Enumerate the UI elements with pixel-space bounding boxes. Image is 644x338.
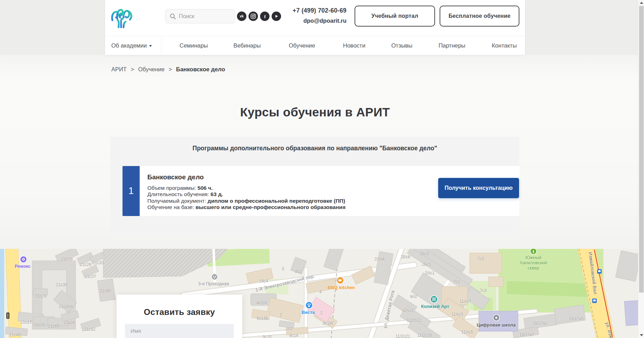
poi-marker-kolizey[interactable] [430,296,438,303]
poi-marker-vesta[interactable] [306,302,313,309]
page-title: Курсы обучения в АРИТ [105,105,525,119]
scroll-up-arrow[interactable] [640,2,643,4]
free-education-button[interactable]: Бесплатное обучение [440,6,519,27]
traffic-light-icon [6,312,9,319]
consultation-button[interactable]: Получить консультацию [438,178,519,198]
course-content: Банковское дело Объем программы: 506 ч. … [140,166,345,216]
map-canvas [0,249,644,338]
scrollbar [638,0,644,338]
breadcrumb-separator: > [169,66,172,72]
search-box [165,9,235,23]
breadcrumb-separator: > [131,66,134,72]
nav-item-education[interactable]: Обучение [289,36,315,55]
phone-link[interactable]: +7 (499) 702-60-69 [276,7,346,14]
breadcrumb: АРИТ > Обучение > Банковское дело [111,66,225,73]
nav-item-contacts[interactable]: Контакты [492,36,517,55]
nav-divider [161,38,161,53]
facebook-icon[interactable]: f [260,12,270,21]
email-link[interactable]: dpo@dpoarit.ru [276,17,346,24]
svg-text:f: f [264,14,266,19]
nav-item-reviews[interactable]: Отзывы [391,36,412,55]
yandex-map[interactable]: 21с58 21с26 21с33 21с37 21с35 21с29 21с3… [0,249,644,338]
programs-card: Программы дополнительного образования по… [110,137,519,235]
form-title: Оставить заявку [117,307,242,317]
breadcrumb-home[interactable]: АРИТ [111,66,127,72]
nav-item-label: Об академии [111,42,147,49]
scrollbar-thumb[interactable] [639,6,644,293]
instagram-icon[interactable] [248,12,258,21]
poi-marker-prohodnaya[interactable] [211,274,218,280]
course-number: 1 [122,166,140,216]
poi-marker-skver[interactable] [530,249,537,254]
vk-icon[interactable]: vk [237,12,246,21]
scroll-down-arrow[interactable] [640,334,643,336]
breadcrumb-current: Банковское дело [176,66,225,72]
arit-logo[interactable] [110,6,133,29]
social-links: vk f [237,12,281,21]
search-input[interactable] [179,13,231,20]
nav-item-seminars[interactable]: Семинары [180,36,208,55]
nav-item-partners[interactable]: Партнеры [439,36,465,55]
poi-marker-bbq[interactable] [337,277,344,284]
portal-button[interactable]: Учебный портал [355,6,435,27]
main-nav: Об академии Семинары Вебинары Обучение Н… [105,36,525,55]
programs-heading: Программы дополнительного образования по… [110,137,519,152]
course-row: 1 Банковское дело Объем программы: 506 ч… [122,166,519,216]
site-header: vk f +7 (499) 702-60-69 dpo@dpoarit.ru У… [105,0,525,55]
name-field[interactable] [125,324,234,338]
nav-item-news[interactable]: Новости [343,36,365,55]
poi-marker-remex[interactable] [20,256,27,263]
poi-marker-school[interactable] [493,315,499,321]
chevron-down-icon [149,45,152,47]
course-title: Банковское дело [147,173,345,181]
header-top-row: vk f +7 (499) 702-60-69 dpo@dpoarit.ru У… [105,0,525,36]
nav-item-webinars[interactable]: Вебинары [233,36,261,55]
header-contacts: +7 (499) 702-60-69 dpo@dpoarit.ru [276,7,346,24]
request-form: Оставить заявку [117,295,242,338]
nav-item-about[interactable]: Об академии [111,36,152,55]
breadcrumb-section[interactable]: Обучение [138,66,164,72]
svg-text:vk: vk [240,14,244,18]
search-icon [170,13,176,20]
